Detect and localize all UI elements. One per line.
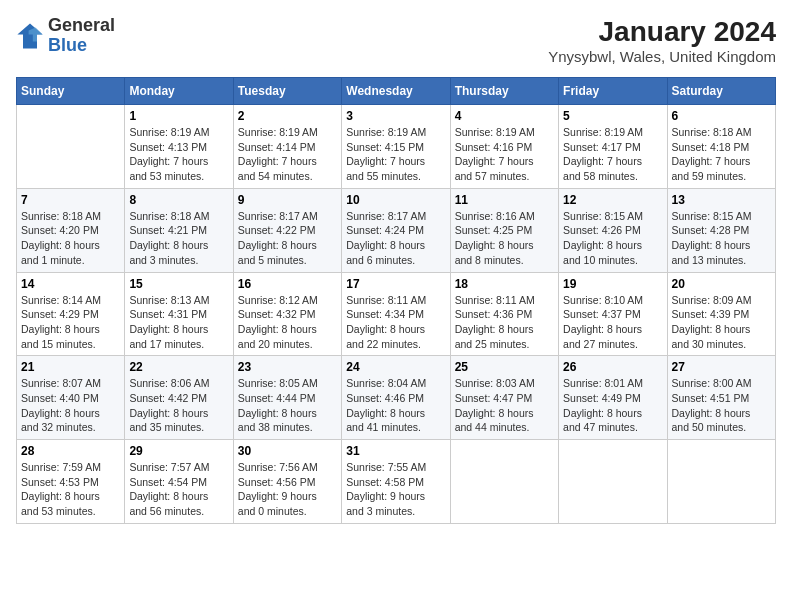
day-number: 6 xyxy=(672,109,771,123)
day-number: 26 xyxy=(563,360,662,374)
day-number: 24 xyxy=(346,360,445,374)
calendar-cell: 2Sunrise: 8:19 AMSunset: 4:14 PMDaylight… xyxy=(233,105,341,189)
logo-text: General Blue xyxy=(48,16,115,56)
day-info: Sunrise: 8:17 AMSunset: 4:22 PMDaylight:… xyxy=(238,209,337,268)
day-number: 21 xyxy=(21,360,120,374)
day-info: Sunrise: 7:56 AMSunset: 4:56 PMDaylight:… xyxy=(238,460,337,519)
calendar-cell: 29Sunrise: 7:57 AMSunset: 4:54 PMDayligh… xyxy=(125,440,233,524)
day-number: 20 xyxy=(672,277,771,291)
day-info: Sunrise: 8:13 AMSunset: 4:31 PMDaylight:… xyxy=(129,293,228,352)
day-info: Sunrise: 8:17 AMSunset: 4:24 PMDaylight:… xyxy=(346,209,445,268)
day-info: Sunrise: 8:11 AMSunset: 4:34 PMDaylight:… xyxy=(346,293,445,352)
calendar-table: SundayMondayTuesdayWednesdayThursdayFrid… xyxy=(16,77,776,524)
calendar-cell: 7Sunrise: 8:18 AMSunset: 4:20 PMDaylight… xyxy=(17,188,125,272)
calendar-cell: 1Sunrise: 8:19 AMSunset: 4:13 PMDaylight… xyxy=(125,105,233,189)
day-number: 11 xyxy=(455,193,554,207)
header-sunday: Sunday xyxy=(17,78,125,105)
day-number: 31 xyxy=(346,444,445,458)
calendar-cell: 14Sunrise: 8:14 AMSunset: 4:29 PMDayligh… xyxy=(17,272,125,356)
day-number: 14 xyxy=(21,277,120,291)
day-info: Sunrise: 8:10 AMSunset: 4:37 PMDaylight:… xyxy=(563,293,662,352)
calendar-cell: 27Sunrise: 8:00 AMSunset: 4:51 PMDayligh… xyxy=(667,356,775,440)
calendar-cell: 3Sunrise: 8:19 AMSunset: 4:15 PMDaylight… xyxy=(342,105,450,189)
day-info: Sunrise: 8:05 AMSunset: 4:44 PMDaylight:… xyxy=(238,376,337,435)
week-row-3: 14Sunrise: 8:14 AMSunset: 4:29 PMDayligh… xyxy=(17,272,776,356)
week-row-5: 28Sunrise: 7:59 AMSunset: 4:53 PMDayligh… xyxy=(17,440,776,524)
day-number: 12 xyxy=(563,193,662,207)
day-info: Sunrise: 8:15 AMSunset: 4:28 PMDaylight:… xyxy=(672,209,771,268)
calendar-cell xyxy=(450,440,558,524)
day-number: 17 xyxy=(346,277,445,291)
calendar-cell: 13Sunrise: 8:15 AMSunset: 4:28 PMDayligh… xyxy=(667,188,775,272)
calendar-cell: 11Sunrise: 8:16 AMSunset: 4:25 PMDayligh… xyxy=(450,188,558,272)
calendar-cell: 23Sunrise: 8:05 AMSunset: 4:44 PMDayligh… xyxy=(233,356,341,440)
day-info: Sunrise: 8:19 AMSunset: 4:16 PMDaylight:… xyxy=(455,125,554,184)
day-number: 30 xyxy=(238,444,337,458)
day-number: 1 xyxy=(129,109,228,123)
day-number: 3 xyxy=(346,109,445,123)
day-number: 25 xyxy=(455,360,554,374)
header-thursday: Thursday xyxy=(450,78,558,105)
calendar-cell: 18Sunrise: 8:11 AMSunset: 4:36 PMDayligh… xyxy=(450,272,558,356)
calendar-cell xyxy=(667,440,775,524)
day-number: 8 xyxy=(129,193,228,207)
day-number: 19 xyxy=(563,277,662,291)
day-info: Sunrise: 7:55 AMSunset: 4:58 PMDaylight:… xyxy=(346,460,445,519)
calendar-cell xyxy=(559,440,667,524)
day-info: Sunrise: 7:59 AMSunset: 4:53 PMDaylight:… xyxy=(21,460,120,519)
week-row-2: 7Sunrise: 8:18 AMSunset: 4:20 PMDaylight… xyxy=(17,188,776,272)
calendar-cell: 28Sunrise: 7:59 AMSunset: 4:53 PMDayligh… xyxy=(17,440,125,524)
calendar-cell: 8Sunrise: 8:18 AMSunset: 4:21 PMDaylight… xyxy=(125,188,233,272)
calendar-subtitle: Ynysybwl, Wales, United Kingdom xyxy=(548,48,776,65)
day-info: Sunrise: 8:18 AMSunset: 4:21 PMDaylight:… xyxy=(129,209,228,268)
calendar-cell: 21Sunrise: 8:07 AMSunset: 4:40 PMDayligh… xyxy=(17,356,125,440)
day-number: 5 xyxy=(563,109,662,123)
day-info: Sunrise: 8:19 AMSunset: 4:15 PMDaylight:… xyxy=(346,125,445,184)
calendar-cell: 31Sunrise: 7:55 AMSunset: 4:58 PMDayligh… xyxy=(342,440,450,524)
logo: General Blue xyxy=(16,16,115,56)
week-row-1: 1Sunrise: 8:19 AMSunset: 4:13 PMDaylight… xyxy=(17,105,776,189)
header-wednesday: Wednesday xyxy=(342,78,450,105)
day-info: Sunrise: 8:00 AMSunset: 4:51 PMDaylight:… xyxy=(672,376,771,435)
calendar-cell: 4Sunrise: 8:19 AMSunset: 4:16 PMDaylight… xyxy=(450,105,558,189)
day-info: Sunrise: 8:09 AMSunset: 4:39 PMDaylight:… xyxy=(672,293,771,352)
day-info: Sunrise: 8:01 AMSunset: 4:49 PMDaylight:… xyxy=(563,376,662,435)
day-info: Sunrise: 8:03 AMSunset: 4:47 PMDaylight:… xyxy=(455,376,554,435)
calendar-cell: 30Sunrise: 7:56 AMSunset: 4:56 PMDayligh… xyxy=(233,440,341,524)
calendar-cell: 16Sunrise: 8:12 AMSunset: 4:32 PMDayligh… xyxy=(233,272,341,356)
day-info: Sunrise: 8:12 AMSunset: 4:32 PMDaylight:… xyxy=(238,293,337,352)
calendar-body: 1Sunrise: 8:19 AMSunset: 4:13 PMDaylight… xyxy=(17,105,776,524)
calendar-cell xyxy=(17,105,125,189)
calendar-cell: 24Sunrise: 8:04 AMSunset: 4:46 PMDayligh… xyxy=(342,356,450,440)
calendar-cell: 17Sunrise: 8:11 AMSunset: 4:34 PMDayligh… xyxy=(342,272,450,356)
day-number: 9 xyxy=(238,193,337,207)
page-header: General Blue January 2024 Ynysybwl, Wale… xyxy=(16,16,776,65)
logo-blue: Blue xyxy=(48,36,115,56)
header-tuesday: Tuesday xyxy=(233,78,341,105)
day-info: Sunrise: 8:19 AMSunset: 4:14 PMDaylight:… xyxy=(238,125,337,184)
calendar-cell: 25Sunrise: 8:03 AMSunset: 4:47 PMDayligh… xyxy=(450,356,558,440)
day-number: 7 xyxy=(21,193,120,207)
week-row-4: 21Sunrise: 8:07 AMSunset: 4:40 PMDayligh… xyxy=(17,356,776,440)
day-info: Sunrise: 8:06 AMSunset: 4:42 PMDaylight:… xyxy=(129,376,228,435)
calendar-cell: 20Sunrise: 8:09 AMSunset: 4:39 PMDayligh… xyxy=(667,272,775,356)
day-number: 4 xyxy=(455,109,554,123)
day-number: 10 xyxy=(346,193,445,207)
day-number: 16 xyxy=(238,277,337,291)
day-info: Sunrise: 8:16 AMSunset: 4:25 PMDaylight:… xyxy=(455,209,554,268)
header-friday: Friday xyxy=(559,78,667,105)
day-info: Sunrise: 8:11 AMSunset: 4:36 PMDaylight:… xyxy=(455,293,554,352)
day-number: 28 xyxy=(21,444,120,458)
calendar-cell: 26Sunrise: 8:01 AMSunset: 4:49 PMDayligh… xyxy=(559,356,667,440)
day-number: 27 xyxy=(672,360,771,374)
calendar-cell: 6Sunrise: 8:18 AMSunset: 4:18 PMDaylight… xyxy=(667,105,775,189)
calendar-cell: 15Sunrise: 8:13 AMSunset: 4:31 PMDayligh… xyxy=(125,272,233,356)
day-number: 15 xyxy=(129,277,228,291)
day-info: Sunrise: 8:19 AMSunset: 4:17 PMDaylight:… xyxy=(563,125,662,184)
day-info: Sunrise: 8:18 AMSunset: 4:20 PMDaylight:… xyxy=(21,209,120,268)
header-monday: Monday xyxy=(125,78,233,105)
day-number: 23 xyxy=(238,360,337,374)
day-info: Sunrise: 8:04 AMSunset: 4:46 PMDaylight:… xyxy=(346,376,445,435)
calendar-cell: 19Sunrise: 8:10 AMSunset: 4:37 PMDayligh… xyxy=(559,272,667,356)
calendar-cell: 12Sunrise: 8:15 AMSunset: 4:26 PMDayligh… xyxy=(559,188,667,272)
